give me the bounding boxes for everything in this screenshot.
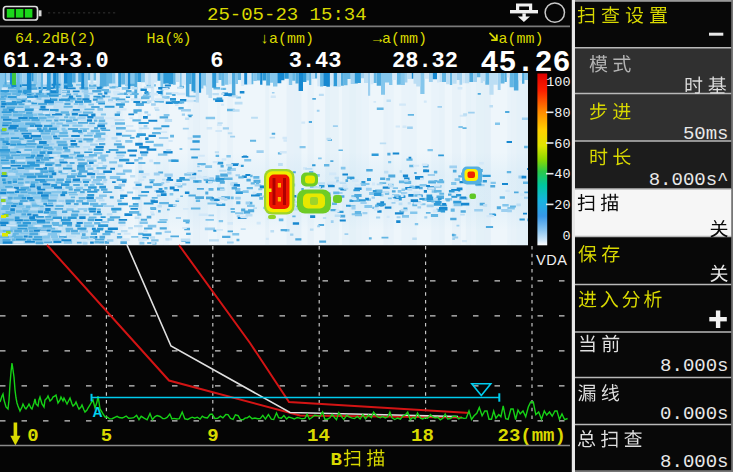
- svg-text:50ms: 50ms: [683, 123, 729, 145]
- svg-text:23(mm): 23(mm): [498, 425, 566, 447]
- svg-text:6: 6: [210, 49, 223, 74]
- svg-text:8.000s: 8.000s: [660, 451, 728, 472]
- svg-text:8.000s: 8.000s: [660, 355, 728, 377]
- svg-text:→a(mm): →a(mm): [373, 31, 427, 48]
- svg-text:B: B: [331, 449, 342, 471]
- svg-text:0.000s: 0.000s: [660, 403, 728, 425]
- svg-text:VDA: VDA: [536, 252, 567, 268]
- svg-text:28.32: 28.32: [392, 49, 458, 74]
- svg-text:60: 60: [554, 137, 570, 152]
- svg-text:5: 5: [101, 425, 112, 447]
- svg-text:8.000s^: 8.000s^: [649, 169, 729, 191]
- svg-text:A: A: [93, 404, 103, 420]
- svg-text:↓a(mm): ↓a(mm): [260, 31, 314, 48]
- svg-text:20: 20: [554, 198, 570, 213]
- svg-text:0: 0: [27, 425, 38, 447]
- svg-text:61.2+3.0: 61.2+3.0: [3, 49, 109, 74]
- svg-text:14: 14: [307, 425, 330, 447]
- svg-text:0: 0: [562, 229, 570, 244]
- svg-text:3.43: 3.43: [289, 49, 342, 74]
- svg-text:25-05-23 15:34: 25-05-23 15:34: [207, 4, 367, 26]
- svg-text:18: 18: [411, 425, 434, 447]
- svg-text:40: 40: [554, 167, 570, 182]
- svg-text:100: 100: [546, 75, 570, 90]
- svg-text:Ha(%): Ha(%): [147, 31, 192, 48]
- svg-text:64.2dB(2): 64.2dB(2): [15, 31, 96, 48]
- svg-text:80: 80: [554, 106, 570, 121]
- svg-text:9: 9: [207, 425, 218, 447]
